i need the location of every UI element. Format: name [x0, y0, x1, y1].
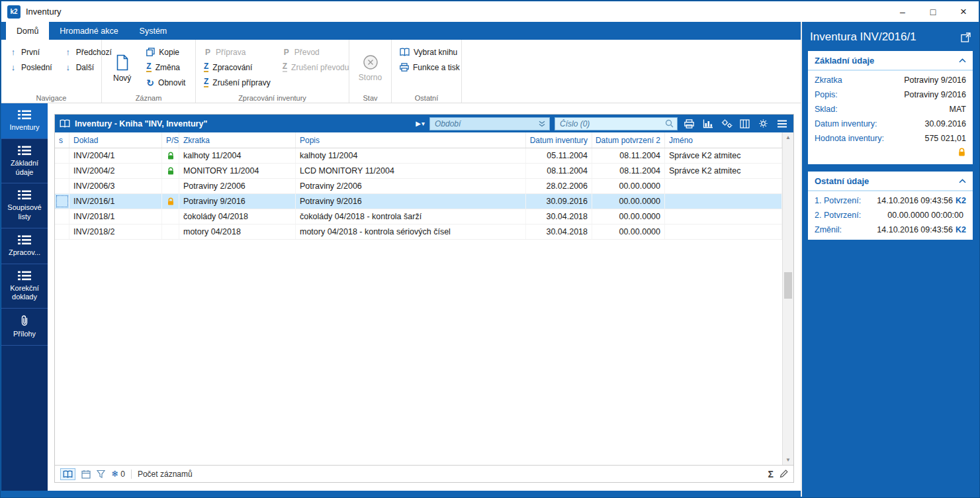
sidebar-item-prilohy[interactable]: Přílohy [1, 309, 48, 346]
cell-popis: čokolády 04/2018 - kontrola šarží [296, 209, 526, 224]
column-header-doklad[interactable]: Doklad [69, 132, 162, 148]
printer-icon [400, 63, 409, 72]
maximize-button[interactable]: □ [918, 1, 948, 22]
grid-body: s Doklad P/S Zkratka Popis Datum inventu… [55, 132, 793, 465]
processing-button[interactable]: Z Zpracování [202, 60, 273, 75]
chevron-up-icon[interactable] [959, 58, 966, 63]
copy-button[interactable]: Kopie [144, 44, 187, 60]
period-combo[interactable] [429, 117, 550, 130]
grid-columns-area: s Doklad P/S Zkratka Popis Datum inventu… [55, 132, 782, 465]
cell-datum-inventury: 28.02.2006 [526, 179, 592, 193]
ribbon-group-ostatni: Vybrat knihu Funkce a tisk Ostatní [392, 40, 462, 103]
cell-datum-potvrzeni: 00.00.0000 [592, 209, 665, 224]
table-row[interactable]: INV/2018/2 motory 04/2018 motory 04/2018… [55, 224, 782, 240]
field-row: Zkratka Potraviny 9/2016 [808, 73, 973, 87]
cell-datum-potvrzeni: 08.11.2004 [592, 148, 665, 163]
first-record-button[interactable]: ↑ První [7, 44, 54, 60]
settings-button[interactable] [756, 117, 770, 130]
edit-mode-button[interactable] [780, 470, 788, 478]
menu-button[interactable] [775, 117, 789, 130]
number-search[interactable] [555, 117, 678, 130]
list-icon [18, 146, 31, 156]
z-edit-icon: Z [283, 62, 287, 72]
columns-button[interactable] [738, 117, 752, 130]
functions-print-button[interactable]: Funkce a tisk [398, 60, 462, 75]
open-in-window-icon[interactable] [961, 32, 971, 42]
calendar-button[interactable] [81, 470, 91, 479]
column-header-ps[interactable]: P/S [162, 132, 179, 148]
ribbon: ↑ První ↓ Poslední ↑ Předchozí ↓ Další N [1, 40, 801, 103]
chart-button[interactable] [701, 117, 715, 130]
table-row[interactable]: INV/2004/2 MONITORY 11/2004 LCD MONITORY… [55, 164, 782, 179]
table-row-selected[interactable]: INV/2016/1 Potraviny 9/2016 Potraviny 9/… [55, 194, 782, 209]
table-row[interactable]: INV/2006/3 Potraviny 2/2006 Potraviny 2/… [55, 179, 782, 194]
vertical-scrollbar[interactable]: ▲ ▼ [782, 132, 793, 465]
transfer-button[interactable]: P Převod [281, 44, 351, 60]
close-button[interactable]: × [948, 1, 979, 22]
sum-button[interactable]: Σ [768, 469, 774, 479]
sidebar-item-soupisove-listy[interactable]: Soupisové listy [1, 183, 48, 228]
lock-orange-icon [958, 148, 966, 157]
new-button[interactable]: Nový [108, 52, 136, 85]
sidebar-item-zpracovani[interactable]: Zpracov... [1, 228, 48, 264]
edit-button[interactable]: Z Změna [144, 60, 187, 75]
pencil-icon [780, 470, 788, 478]
field-row: Hodnota inventury: 575 021,01 [808, 131, 973, 146]
cancel-transfer-button[interactable]: Z Zrušení převodu [281, 60, 351, 75]
column-header-zkratka[interactable]: Zkratka [179, 132, 296, 148]
column-header-datum-inventury[interactable]: Datum inventury [526, 132, 592, 148]
cell-jmeno [665, 209, 782, 224]
card-header[interactable]: Základní údaje [808, 51, 973, 71]
select-book-button[interactable]: Vybrat knihu [398, 44, 462, 60]
column-header-popis[interactable]: Popis [296, 132, 526, 148]
sidebar-item-zakladni-udaje[interactable]: Základní údaje [1, 139, 48, 184]
run-filter-button[interactable]: ▶▾ [416, 120, 425, 127]
print-button[interactable] [682, 117, 696, 130]
sidebar: Inventury Základní údaje Soupisové listy… [1, 103, 48, 491]
grid-statusbar: ❄ 0 Počet záznamů Σ [55, 465, 793, 482]
last-record-button[interactable]: ↓ Poslední [7, 60, 54, 75]
titlebar: k2 Inventury – □ × [1, 1, 979, 22]
sidebar-item-korekcni-doklady[interactable]: Korekční doklady [1, 264, 48, 309]
field-row: Změnil: 14.10.2016 09:43:56K2 [808, 223, 973, 237]
cancel-preparation-button[interactable]: Z Zrušení přípravy [202, 75, 273, 90]
cell-zkratka: MONITORY 11/2004 [179, 164, 296, 178]
sidebar-item-inventury[interactable]: Inventury [1, 103, 48, 139]
scroll-up-arrow[interactable]: ▲ [785, 132, 791, 142]
book-view-toggle[interactable] [60, 468, 75, 480]
number-search-input[interactable] [558, 119, 662, 129]
card-header[interactable]: Ostatní údaje [808, 172, 973, 191]
cell-jmeno: Správce K2 atmitec [665, 148, 782, 163]
filter-button[interactable] [97, 470, 105, 478]
z-edit-icon: Z [146, 62, 151, 72]
panel-title: Inventura INV/2016/1 [810, 30, 916, 44]
period-input[interactable] [433, 119, 535, 129]
minimize-button[interactable]: – [887, 1, 918, 22]
table-row[interactable]: INV/2018/1 čokolády 04/2018 čokolády 04/… [55, 209, 782, 224]
preparation-button[interactable]: P Příprava [202, 44, 273, 60]
storno-button[interactable]: Storno [353, 52, 387, 84]
column-header-s[interactable]: s [55, 132, 69, 148]
cell-popis: Potraviny 2/2006 [296, 179, 526, 193]
table-row[interactable]: INV/2004/1 kalhoty 11/2004 kalhoty 11/20… [55, 148, 782, 164]
arrow-up-icon: ↑ [64, 47, 72, 57]
group-label-zpracovani-inventury: Zpracování inventury [196, 94, 349, 102]
tab-hromadne-akce[interactable]: Hromadné akce [49, 22, 128, 40]
cell-popis: Potraviny 9/2016 [296, 194, 526, 209]
chevron-up-icon[interactable] [959, 179, 966, 183]
tab-system[interactable]: Systém [129, 22, 178, 40]
window-title: Inventury [26, 7, 61, 17]
scrollbar-thumb[interactable] [784, 272, 792, 299]
column-header-jmeno[interactable]: Jméno [665, 132, 782, 148]
app-icon: k2 [7, 5, 21, 19]
group-label-ostatni: Ostatní [392, 94, 461, 102]
bar-chart-icon [703, 119, 713, 128]
card-zakladni-udaje: Základní údaje Zkratka Potraviny 9/2016 … [808, 51, 973, 164]
refresh-button[interactable]: ↻ Obnovit [144, 75, 187, 90]
scroll-down-arrow[interactable]: ▼ [785, 455, 791, 465]
ribbon-group-zaznam: Nový Kopie Z Změna ↻ Obnovit Záznam [102, 40, 196, 103]
column-header-datum-potvrzeni-2[interactable]: Datum potvrzení 2 [592, 132, 665, 148]
cell-popis: motory 04/2018 - kontrola sériových číse… [296, 224, 526, 239]
tab-domu[interactable]: Domů [6, 22, 49, 40]
automation-button[interactable] [719, 117, 733, 130]
